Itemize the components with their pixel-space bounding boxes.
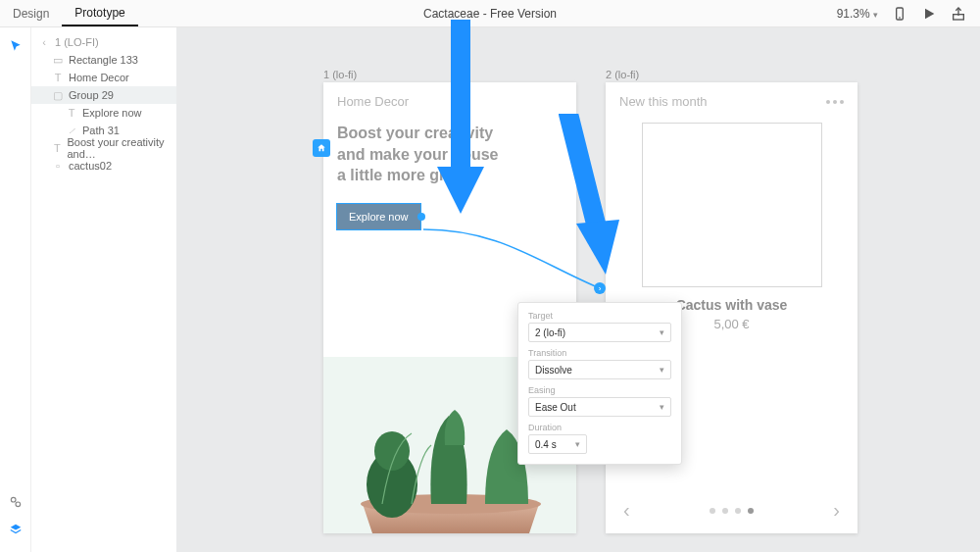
rectangle-icon: ▭: [53, 54, 63, 67]
layer-group29[interactable]: ▢ Group 29: [31, 86, 176, 104]
svg-point-4: [16, 502, 21, 507]
layers-back-label: 1 (LO-FI): [55, 36, 99, 48]
plugins-icon[interactable]: [7, 493, 24, 511]
chevron-down-icon: ▾: [660, 365, 664, 375]
product-image-placeholder: [642, 123, 822, 287]
path-icon: ⟋: [67, 125, 76, 136]
more-options-icon[interactable]: [826, 100, 844, 104]
explore-now-button[interactable]: Explore now: [337, 204, 420, 229]
home-artboard-badge[interactable]: [313, 139, 330, 157]
layers-panel: ‹ 1 (LO-FI) ▭ Rectangle 133 T Home Decor…: [31, 27, 176, 552]
play-icon[interactable]: [921, 6, 937, 22]
chevron-left-icon: ‹: [39, 36, 49, 48]
popover-transition-label: Transition: [528, 348, 671, 358]
pager: ‹ ›: [606, 499, 858, 522]
pager-dots[interactable]: [710, 508, 754, 514]
layer-home-decor[interactable]: T Home Decor: [31, 69, 176, 86]
popover-transition-select[interactable]: Dissolve▾: [528, 360, 671, 379]
folder-icon: ▢: [53, 89, 63, 102]
popover-target-label: Target: [528, 311, 671, 321]
text-icon: T: [53, 72, 63, 83]
share-icon[interactable]: [951, 6, 966, 22]
layers-back[interactable]: ‹ 1 (LO-FI): [31, 33, 176, 51]
prototype-link-handle[interactable]: [417, 213, 425, 221]
text-icon: T: [53, 142, 61, 154]
document-title: Cactaceae - Free Version: [423, 7, 557, 21]
pager-next[interactable]: ›: [833, 499, 840, 522]
chevron-down-icon: ▾: [660, 402, 664, 412]
artboard1-label[interactable]: 1 (lo-fi): [323, 69, 357, 80]
select-tool[interactable]: [7, 37, 24, 55]
text-icon: T: [67, 107, 76, 119]
chevron-down-icon: ▾: [575, 439, 580, 449]
topbar: Design Prototype Cactaceae - Free Versio…: [0, 0, 980, 27]
pager-prev[interactable]: ‹: [623, 499, 630, 522]
zoom-level[interactable]: 91.3% ▾: [837, 7, 878, 21]
layer-explore-now[interactable]: T Explore now: [31, 104, 176, 122]
popover-target-select[interactable]: 2 (lo-fi)▾: [528, 323, 671, 342]
layers-icon[interactable]: [7, 521, 24, 538]
chevron-down-icon: ▾: [660, 327, 664, 337]
popover-duration-select[interactable]: 0.4 s▾: [528, 434, 587, 454]
interaction-popover: Target 2 (lo-fi)▾ Transition Dissolve▾ E…: [517, 302, 682, 465]
topbar-tabs: Design Prototype: [0, 0, 138, 26]
popover-easing-select[interactable]: Ease Out▾: [528, 397, 671, 417]
tab-prototype[interactable]: Prototype: [62, 0, 137, 26]
artboard2-label[interactable]: 2 (lo-fi): [606, 69, 639, 80]
chevron-down-icon: ▾: [873, 10, 878, 20]
popover-easing-label: Easing: [528, 385, 671, 395]
image-icon: ▫: [53, 160, 63, 172]
layer-boost-text[interactable]: T Boost your creativity and…: [31, 139, 176, 157]
tool-rail: [0, 27, 31, 552]
annotation-arrow-1: [431, 20, 490, 235]
tab-design[interactable]: Design: [0, 0, 62, 26]
layer-rectangle[interactable]: ▭ Rectangle 133: [31, 51, 176, 69]
popover-duration-label: Duration: [528, 423, 671, 432]
annotation-arrow-2: [559, 114, 627, 290]
ab2-section-title: New this month: [619, 94, 708, 109]
canvas[interactable]: 1 (lo-fi) Home Decor Boost your creativi…: [176, 27, 980, 552]
svg-point-3: [11, 497, 16, 502]
device-preview-icon[interactable]: [892, 6, 907, 22]
